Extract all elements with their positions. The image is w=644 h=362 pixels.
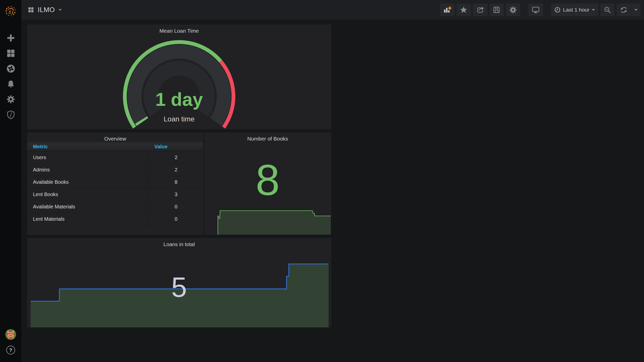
avatar-pixel-art xyxy=(5,329,16,340)
metric-cell: Lent Books xyxy=(27,192,149,197)
loan-time-gauge[interactable]: 1 day Loan time xyxy=(27,25,331,129)
table-row: Lent Materials 0 xyxy=(27,213,203,225)
zoom-out-time-range-button[interactable] xyxy=(600,4,615,16)
cycle-view-mode-button[interactable] xyxy=(528,4,543,16)
compass-icon xyxy=(6,64,16,73)
value-cell: 0 xyxy=(149,201,203,213)
panel-title[interactable]: Overview xyxy=(27,133,203,142)
shield-icon xyxy=(6,110,15,119)
dashboard-settings-button[interactable] xyxy=(506,4,520,16)
gear-icon xyxy=(6,95,15,104)
panel-overview: Overview Metric Value Users 2 Admins 2 A… xyxy=(27,132,203,235)
column-header-metric[interactable]: Metric xyxy=(27,144,149,150)
zoom-out-icon xyxy=(603,6,611,14)
sidebar-item-server-admin[interactable] xyxy=(0,107,21,122)
value-cell: 3 xyxy=(149,188,203,200)
time-range-picker[interactable]: Last 1 hour xyxy=(551,4,598,16)
refresh-icon xyxy=(620,6,628,14)
value-cell: 8 xyxy=(149,176,203,188)
value-cell: 0 xyxy=(149,213,203,225)
add-panel-button[interactable] xyxy=(440,4,455,16)
column-header-value[interactable]: Value xyxy=(149,144,203,150)
grafana-logo[interactable] xyxy=(0,0,21,23)
add-panel-icon xyxy=(443,6,451,14)
dashboards-icon xyxy=(6,49,15,58)
refresh-dashboard-button[interactable] xyxy=(617,4,631,16)
overview-table: Metric Value Users 2 Admins 2 Available … xyxy=(27,142,203,225)
monitor-icon xyxy=(532,6,540,14)
dashboard-title: ILMO xyxy=(38,6,55,14)
table-row: Users 2 xyxy=(27,151,203,164)
user-avatar[interactable] xyxy=(5,329,16,340)
metric-cell: Available Materials xyxy=(27,204,149,210)
value-cell: 2 xyxy=(149,151,203,163)
panel-number-of-books: Number of Books 8 xyxy=(204,132,331,235)
metric-cell: Available Books xyxy=(27,179,149,185)
star-icon xyxy=(460,6,467,14)
refresh-split-button xyxy=(617,4,640,16)
metric-cell: Users xyxy=(27,155,149,160)
top-navbar: ILMO xyxy=(21,0,644,20)
share-icon xyxy=(476,6,484,14)
gauge-value: 1 day xyxy=(155,89,203,110)
clock-icon xyxy=(554,7,560,13)
sidebar-item-create[interactable] xyxy=(0,30,21,46)
chevron-down-icon xyxy=(592,9,595,11)
help-button[interactable]: ? xyxy=(6,346,15,354)
save-dashboard-button[interactable] xyxy=(490,4,504,16)
panel-loans-in-total: Loans in total 5 xyxy=(27,238,331,328)
left-sidebar: ? xyxy=(0,0,21,362)
help-icon: ? xyxy=(9,347,12,353)
table-row: Available Books 8 xyxy=(27,176,203,188)
save-icon xyxy=(493,6,500,14)
mark-favorite-button[interactable] xyxy=(457,4,471,16)
gauge-series-label: Loan time xyxy=(164,115,195,123)
sidebar-item-configuration[interactable] xyxy=(0,92,21,107)
panel-mean-loan-time: Mean Loan Time 1 day Loan time xyxy=(27,25,331,129)
table-row: Admins 2 xyxy=(27,164,203,176)
topbar-actions: Last 1 hour xyxy=(440,4,640,16)
sidebar-item-dashboards[interactable] xyxy=(0,46,21,61)
books-sparkline[interactable] xyxy=(205,133,331,235)
chevron-down-icon xyxy=(59,9,62,11)
sidebar-item-alerting[interactable] xyxy=(0,76,21,92)
dashboard-title-button[interactable]: ILMO xyxy=(28,6,62,14)
value-cell: 2 xyxy=(149,164,203,176)
share-dashboard-button[interactable] xyxy=(473,4,488,16)
sidebar-nav xyxy=(0,30,21,122)
metric-cell: Lent Materials xyxy=(27,216,149,222)
bell-icon xyxy=(6,79,15,88)
chevron-down-icon xyxy=(634,9,637,11)
metric-cell: Admins xyxy=(27,167,149,173)
table-header-row: Metric Value xyxy=(27,142,203,151)
dashboard-squares-icon xyxy=(28,7,34,13)
dashboard-grid: Mean Loan Time 1 day Loan time Overview … xyxy=(21,20,644,362)
grafana-logo-icon xyxy=(5,5,17,17)
refresh-interval-picker[interactable] xyxy=(631,4,640,16)
table-row: Lent Books 3 xyxy=(27,188,203,201)
table-row: Available Materials 0 xyxy=(27,201,203,213)
time-range-label: Last 1 hour xyxy=(563,7,589,13)
sidebar-item-explore[interactable] xyxy=(0,61,21,76)
gear-icon xyxy=(509,6,517,14)
loans-step-chart[interactable] xyxy=(27,238,331,327)
plus-icon xyxy=(6,33,15,42)
